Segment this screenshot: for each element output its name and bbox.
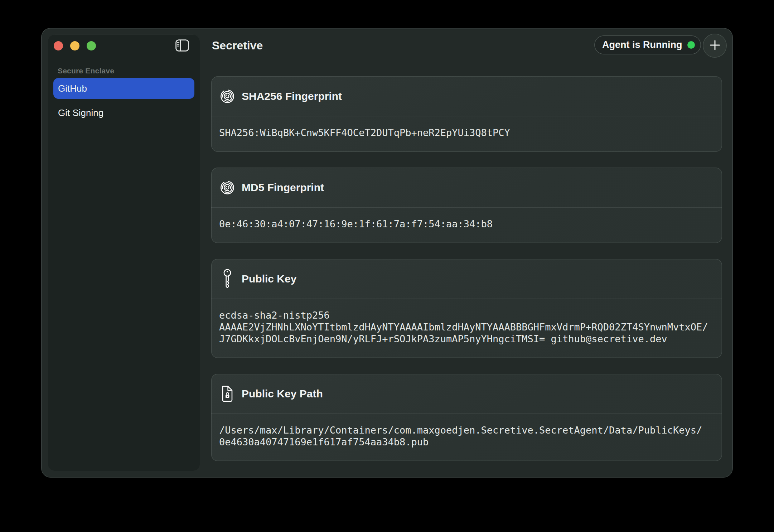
card-title: Public Key Path — [242, 388, 323, 400]
card-public-key: Public Key ecdsa-sha2-nistp256AAAAE2VjZH… — [211, 259, 722, 358]
traffic-lights — [54, 41, 96, 50]
status-dot — [687, 41, 695, 49]
page-title: Secretive — [212, 39, 263, 52]
card-header: Public Key — [211, 259, 722, 299]
card-title: MD5 Fingerprint — [242, 182, 324, 194]
card-public-key-path: Public Key Path /Users/max/Library/Conta… — [211, 374, 722, 461]
card-value: 0e:46:30:a4:07:47:16:9e:1f:61:7a:f7:54:a… — [211, 208, 722, 243]
card-title: Public Key — [242, 273, 296, 285]
app-window: Secure Enclave GitHub Git Signing Secret… — [41, 28, 733, 478]
card-header: Public Key Path — [211, 374, 722, 414]
fingerprint-icon — [220, 180, 234, 195]
add-key-button[interactable] — [703, 34, 727, 58]
sidebar-item-label: GitHub — [58, 83, 87, 94]
card-value: SHA256:WiBqBK+Cnw5KFF4OCeT2DUTqPb+neR2Ep… — [211, 116, 722, 152]
fingerprint-icon — [220, 88, 234, 104]
agent-status-pill[interactable]: Agent is Running — [594, 35, 701, 54]
sidebar-section-label: Secure Enclave — [58, 67, 114, 75]
card-md5-fingerprint: MD5 Fingerprint 0e:46:30:a4:07:47:16:9e:… — [211, 168, 722, 243]
sidebar-item-git-signing[interactable]: Git Signing — [53, 102, 194, 123]
sidebar-item-label: Git Signing — [58, 107, 103, 119]
key-icon — [220, 269, 234, 289]
desktop-background: { "window": { "app_title": "Secretive" }… — [0, 0, 774, 532]
card-header: MD5 Fingerprint — [211, 168, 722, 208]
card-sha256-fingerprint: SHA256 Fingerprint SHA256:WiBqBK+Cnw5KFF… — [211, 76, 722, 152]
card-value: ecdsa-sha2-nistp256AAAAE2VjZHNhLXNoYTItb… — [211, 299, 722, 358]
agent-status-label: Agent is Running — [602, 39, 682, 50]
card-title: SHA256 Fingerprint — [242, 90, 342, 102]
doc-lock-icon — [220, 385, 234, 402]
sidebar: Secure Enclave GitHub Git Signing — [48, 34, 200, 471]
sidebar-list: GitHub Git Signing — [48, 78, 200, 127]
plus-icon — [709, 39, 721, 53]
minimize-button[interactable] — [70, 41, 79, 50]
sidebar-toggle-button[interactable] — [173, 38, 192, 55]
card-header: SHA256 Fingerprint — [211, 76, 722, 116]
close-button[interactable] — [54, 41, 63, 50]
cards-container: SHA256 Fingerprint SHA256:WiBqBK+Cnw5KFF… — [211, 76, 722, 461]
card-value: /Users/max/Library/Containers/com.maxgoe… — [211, 414, 722, 461]
sidebar-toggle-icon — [175, 39, 189, 53]
zoom-button[interactable] — [87, 41, 96, 50]
sidebar-item-github[interactable]: GitHub — [53, 78, 194, 99]
